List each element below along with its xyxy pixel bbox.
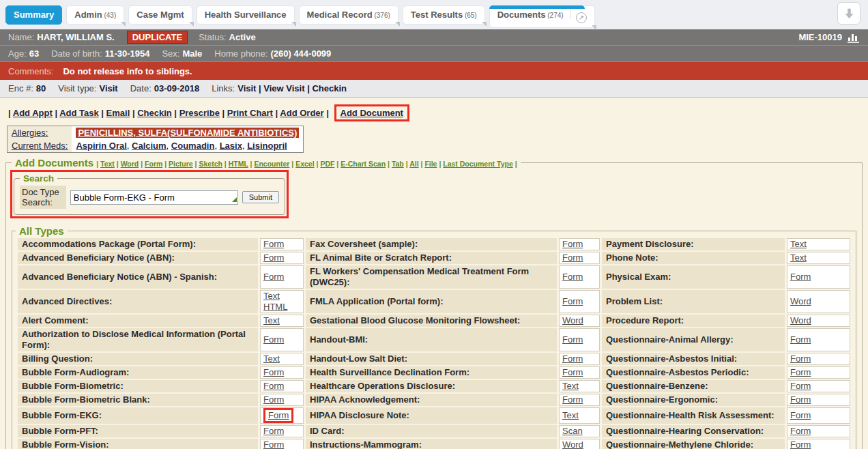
doc-link-form[interactable]: Form xyxy=(562,353,583,364)
new-doc-type-link-sketch[interactable]: Sketch xyxy=(199,160,222,168)
chart-icon[interactable] xyxy=(847,31,860,43)
allergies-link[interactable]: Allergies: xyxy=(12,128,48,138)
new-doc-type-link-encounter[interactable]: Encounter xyxy=(254,160,289,168)
doc-link-form[interactable]: Form xyxy=(562,252,583,263)
action-link-print-chart[interactable]: Print Chart xyxy=(227,108,273,118)
new-doc-type-link-picture[interactable]: Picture xyxy=(169,160,193,168)
doc-link-form[interactable]: Form xyxy=(263,426,284,437)
doc-link-scan[interactable]: Scan xyxy=(562,426,583,437)
doc-type-label: Physical Exam: xyxy=(602,265,785,289)
tab-documents[interactable]: Documents (274)↗ xyxy=(489,5,595,28)
new-doc-type-link-word[interactable]: Word xyxy=(121,160,139,168)
doc-link-form[interactable]: Form xyxy=(268,410,289,421)
open-new-window-icon[interactable]: ↗ xyxy=(576,12,587,23)
all-types-fieldset: All Types Accommodations Package (Portal… xyxy=(12,225,856,449)
doc-type-label: Phone Note: xyxy=(602,252,785,264)
status-label: Status: xyxy=(199,32,226,42)
tab-summary[interactable]: Summary xyxy=(5,5,62,25)
new-doc-type-link-tab[interactable]: Tab xyxy=(392,160,404,168)
download-chart-button[interactable] xyxy=(837,2,860,25)
encounter-link-checkin[interactable]: Checkin xyxy=(312,83,347,93)
doc-link-form[interactable]: Form xyxy=(263,272,284,283)
action-link-add-document[interactable]: Add Document xyxy=(341,108,403,118)
doc-link-form[interactable]: Form xyxy=(263,334,284,345)
new-doc-type-link-last-document-type[interactable]: Last Document Type xyxy=(443,160,513,168)
new-doc-type-link-html[interactable]: HTML xyxy=(229,160,248,168)
search-legend: Search xyxy=(20,173,57,184)
doc-link-text[interactable]: Text xyxy=(790,239,807,250)
tab-fold-icon xyxy=(291,22,296,27)
doc-link-form[interactable]: Form xyxy=(562,296,583,307)
new-doc-type-link-pdf[interactable]: PDF xyxy=(320,160,334,168)
doc-link-word[interactable]: Word xyxy=(790,315,811,326)
tab-test-results[interactable]: Test Results (65) xyxy=(403,5,485,25)
doc-link-form[interactable]: Form xyxy=(263,394,284,405)
doc-link-text[interactable]: Text xyxy=(263,353,280,364)
action-link-prescribe[interactable]: Prescribe xyxy=(179,108,220,118)
action-link-checkin[interactable]: Checkin xyxy=(137,108,172,118)
new-doc-type-link-excel[interactable]: Excel xyxy=(295,160,314,168)
doc-link-form[interactable]: Form xyxy=(790,353,811,364)
new-doc-type-link-file[interactable]: File xyxy=(424,160,437,168)
med-link-coumadin[interactable]: Coumadin xyxy=(171,141,215,151)
doc-link-html[interactable]: HTML xyxy=(263,302,300,313)
doc-link-text[interactable]: Text xyxy=(562,381,579,392)
tab-case-mgmt[interactable]: Case Mgmt xyxy=(128,5,192,25)
action-link-add-appt[interactable]: Add Appt xyxy=(13,108,53,118)
tab-admin[interactable]: Admin (43) xyxy=(66,5,124,25)
doc-link-form[interactable]: Form xyxy=(790,410,811,421)
doc-link-form[interactable]: Form xyxy=(790,367,811,378)
doc-type-label: Health Surveillance Declination Form: xyxy=(306,366,557,379)
med-link-aspirin-oral[interactable]: Aspirin Oral xyxy=(76,141,126,151)
allergies-value[interactable]: PENICILLINS, SULFA(SULFONAMIDE ANTIBIOTI… xyxy=(76,128,299,138)
doc-type-label: Questionnaire-Benzene: xyxy=(602,380,785,392)
doc-link-form[interactable]: Form xyxy=(790,426,811,437)
doc-link-form[interactable]: Form xyxy=(562,334,583,345)
doc-link-form[interactable]: Form xyxy=(790,394,811,405)
med-link-lasix[interactable]: Lasix xyxy=(220,141,242,151)
med-link-calcium[interactable]: Calcium xyxy=(132,141,167,151)
doc-link-form[interactable]: Form xyxy=(790,272,811,283)
encounter-link-visit[interactable]: Visit xyxy=(237,83,256,93)
all-types-table: Accommodations Package (Portal Form):For… xyxy=(16,237,852,449)
action-link-email[interactable]: Email xyxy=(106,108,130,118)
doc-link-form[interactable]: Form xyxy=(263,239,284,250)
doc-link-form[interactable]: Form xyxy=(263,367,284,378)
doc-link-form[interactable]: Form xyxy=(790,381,811,392)
new-doc-type-link-text[interactable]: Text xyxy=(100,160,115,168)
table-row: Advanced Beneficiary Notice (ABN) - Span… xyxy=(18,265,850,289)
doc-link-word[interactable]: Word xyxy=(562,315,583,326)
doc-type-search-input[interactable] xyxy=(70,190,238,205)
table-row: Billing Question:TextHandout-Low Salt Di… xyxy=(18,353,850,365)
encounter-link-view-visit[interactable]: View Visit xyxy=(263,83,304,93)
doc-link-form[interactable]: Form xyxy=(562,367,583,378)
doc-link-form[interactable]: Form xyxy=(790,439,811,449)
doc-link-form[interactable]: Form xyxy=(562,239,583,250)
doc-link-word[interactable]: Word xyxy=(790,296,811,307)
doc-link-form[interactable]: Form xyxy=(790,334,811,345)
tab-medical-record[interactable]: Medical Record (376) xyxy=(299,5,399,25)
doc-link-text[interactable]: Text xyxy=(263,315,280,326)
doc-link-form[interactable]: Form xyxy=(562,394,583,405)
doc-link-form[interactable]: Form xyxy=(263,252,284,263)
new-doc-type-link-all[interactable]: All xyxy=(409,160,418,168)
doc-link-text[interactable]: Text xyxy=(562,410,579,421)
submit-button[interactable]: Submit xyxy=(242,191,279,203)
doc-link-text[interactable]: Text xyxy=(790,252,807,263)
doc-link-form[interactable]: Form xyxy=(263,439,284,449)
med-link-lisinopril[interactable]: Lisinopril xyxy=(247,141,287,151)
phone-label: Home phone: xyxy=(214,48,267,59)
current-meds-link[interactable]: Current Meds: xyxy=(12,141,68,151)
doc-link-form[interactable]: Form xyxy=(562,272,583,283)
action-link-add-task[interactable]: Add Task xyxy=(59,108,99,118)
doc-link-text[interactable]: Text xyxy=(263,291,300,302)
tab-label: Test Results xyxy=(411,10,463,20)
new-doc-type-link-form[interactable]: Form xyxy=(145,160,162,168)
tab-label: Documents xyxy=(497,10,546,20)
tab-health-surveillance[interactable]: Health Surveillance xyxy=(197,5,295,25)
tab-label: Medical Record xyxy=(307,10,373,20)
doc-link-form[interactable]: Form xyxy=(263,381,284,392)
new-doc-type-link-e-chart-scan[interactable]: E-Chart Scan xyxy=(341,160,386,168)
doc-link-word[interactable]: Word xyxy=(562,439,583,449)
action-link-add-order[interactable]: Add Order xyxy=(280,108,323,118)
